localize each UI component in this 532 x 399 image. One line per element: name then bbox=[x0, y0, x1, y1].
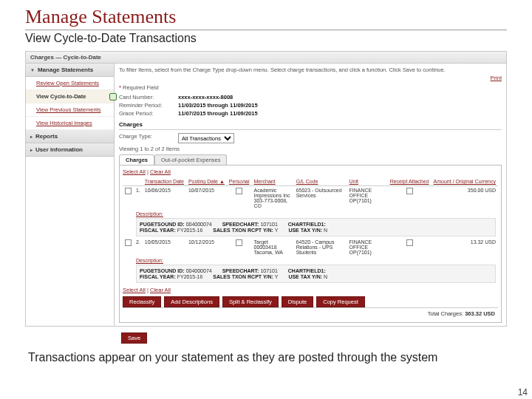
sidebar-header-manage[interactable]: ▼ Manage Statements bbox=[26, 64, 114, 77]
page-subtitle: View Cycle-to-Date Transactions bbox=[25, 32, 507, 45]
sidebar-section-label: Reports bbox=[35, 133, 58, 140]
cell-merchant: Academic Impressions Inc 303-773-0008, C… bbox=[251, 186, 293, 211]
cell-gl: 64520 - Campus Relations - UPS Students bbox=[294, 238, 347, 256]
cell-amount: 350.00 USD bbox=[432, 186, 498, 211]
page-number: 14 bbox=[518, 387, 528, 398]
sidebar-header-label: Manage Statements bbox=[38, 66, 93, 73]
sidebar: ▼ Manage Statements Review Open Statemen… bbox=[26, 64, 115, 326]
charge-type-label: Charge Type: bbox=[119, 133, 178, 143]
table-row: 2. 10/05/2015 10/12/2015 Target 00003418… bbox=[123, 238, 498, 256]
cell-tdate: 10/06/2015 bbox=[143, 186, 186, 211]
charges-panel: Select All | Clear All Transaction Date … bbox=[119, 165, 502, 323]
table-row: 1. 10/06/2015 10/07/2015 Academic Impres… bbox=[123, 186, 498, 211]
col-gl[interactable]: G/L Code bbox=[294, 177, 347, 186]
caret-right-icon: ▸ bbox=[30, 147, 33, 152]
breadcrumb: Charges — Cycle-to-Date bbox=[26, 52, 506, 64]
receipt-checkbox[interactable] bbox=[406, 188, 413, 194]
cell-gl: 65023 - Outsourced Services bbox=[294, 186, 347, 211]
cell-amount: 13.32 USD bbox=[432, 238, 498, 256]
tab-charges[interactable]: Charges bbox=[119, 154, 154, 165]
sidebar-item-cycle-to-date[interactable]: View Cycle-to-Date bbox=[26, 90, 114, 103]
main-panel: To filter items, select from the Charge … bbox=[115, 64, 506, 326]
detail-box: PUGETSOUND ID: 004000074 SPEEDCHART: 107… bbox=[136, 265, 496, 283]
slide-caption: Transactions appear on your statement as… bbox=[28, 351, 507, 364]
col-pdate[interactable]: Posting Date ▲ bbox=[186, 177, 227, 186]
dispute-button[interactable]: Dispute bbox=[282, 296, 313, 307]
transactions-table: Transaction Date Posting Date ▲ Personal… bbox=[123, 177, 498, 284]
copy-request-button[interactable]: Copy Request bbox=[316, 296, 365, 307]
clear-all-link[interactable]: Clear All bbox=[150, 287, 171, 293]
col-personal[interactable]: Personal bbox=[227, 177, 252, 186]
cell-unit: FINANCE OFFICE OP(7101) bbox=[347, 238, 388, 256]
charges-heading: Charges bbox=[119, 121, 502, 130]
reminder-value: 11/03/2015 through 11/09/2015 bbox=[178, 102, 258, 109]
required-note: * Required Field bbox=[119, 84, 502, 91]
row-num: 2. bbox=[134, 238, 143, 256]
description-link[interactable]: Description: bbox=[136, 258, 163, 263]
sidebar-item-review-open[interactable]: Review Open Statements bbox=[26, 77, 114, 90]
card-label: Card Number: bbox=[119, 94, 178, 100]
row-num: 1. bbox=[134, 186, 143, 211]
col-unit[interactable]: Unit bbox=[347, 177, 388, 186]
sidebar-header-userinfo[interactable]: ▸ User Information bbox=[26, 143, 114, 157]
sidebar-item-previous[interactable]: View Previous Statements bbox=[26, 103, 114, 117]
grace-value: 11/07/2015 through 11/09/2015 bbox=[178, 110, 258, 117]
description-link[interactable]: Description: bbox=[136, 211, 163, 216]
cell-merchant: Target 00003418 Tacoma, WA bbox=[251, 238, 293, 256]
sidebar-header-reports[interactable]: ▸ Reports bbox=[26, 130, 114, 143]
save-button[interactable]: Save bbox=[121, 332, 147, 344]
select-all-link[interactable]: Select All bbox=[123, 287, 146, 293]
col-merchant[interactable]: Merchant bbox=[251, 177, 293, 186]
cell-unit: FINANCE OFFICE OP(7101) bbox=[347, 186, 388, 211]
cell-pdate: 10/07/2015 bbox=[186, 186, 227, 211]
sidebar-item-historical[interactable]: View Historical Images bbox=[26, 117, 114, 130]
cell-pdate: 10/12/2015 bbox=[186, 238, 227, 256]
reclassify-button[interactable]: Reclassify bbox=[123, 296, 161, 307]
select-all-link[interactable]: Select All bbox=[123, 168, 146, 175]
personal-checkbox[interactable] bbox=[236, 188, 242, 194]
row-select-checkbox[interactable] bbox=[125, 188, 132, 194]
reminder-label: Reminder Period: bbox=[119, 102, 178, 109]
total-charges: Total Charges: 363.32 USD bbox=[123, 307, 498, 319]
col-tdate[interactable]: Transaction Date bbox=[143, 177, 186, 186]
receipt-checkbox[interactable] bbox=[406, 239, 413, 246]
viewing-count: Viewing 1 to 2 of 2 Items bbox=[119, 146, 502, 152]
caret-right-icon: ▸ bbox=[30, 134, 33, 139]
card-value: xxxx-xxxx-xxxx-8008 bbox=[178, 94, 233, 100]
page-title: Manage Statements bbox=[25, 6, 507, 30]
cell-tdate: 10/05/2015 bbox=[143, 238, 186, 256]
col-receipt[interactable]: Receipt Attached bbox=[388, 177, 432, 186]
print-link[interactable]: Print bbox=[491, 75, 502, 81]
detail-box: PUGETSOUND ID: 004000074 SPEEDCHART: 107… bbox=[136, 218, 496, 236]
clear-all-link[interactable]: Clear All bbox=[150, 168, 171, 175]
intro-text: To filter items, select from the Charge … bbox=[119, 66, 502, 73]
row-select-checkbox[interactable] bbox=[125, 239, 132, 246]
charge-type-select[interactable]: All Transactions bbox=[178, 133, 234, 143]
personal-checkbox[interactable] bbox=[236, 239, 242, 246]
app-window: Charges — Cycle-to-Date ▼ Manage Stateme… bbox=[25, 51, 507, 327]
sidebar-section-label: User Information bbox=[35, 146, 83, 153]
caret-down-icon: ▼ bbox=[30, 68, 35, 72]
add-descriptions-button[interactable]: Add Descriptions bbox=[164, 296, 219, 307]
tab-oop[interactable]: Out-of-pocket Expenses bbox=[154, 154, 227, 165]
split-reclassify-button[interactable]: Split & Reclassify bbox=[222, 296, 279, 307]
col-amount[interactable]: Amount / Original Currency bbox=[432, 177, 498, 186]
grace-label: Grace Period: bbox=[119, 110, 178, 117]
